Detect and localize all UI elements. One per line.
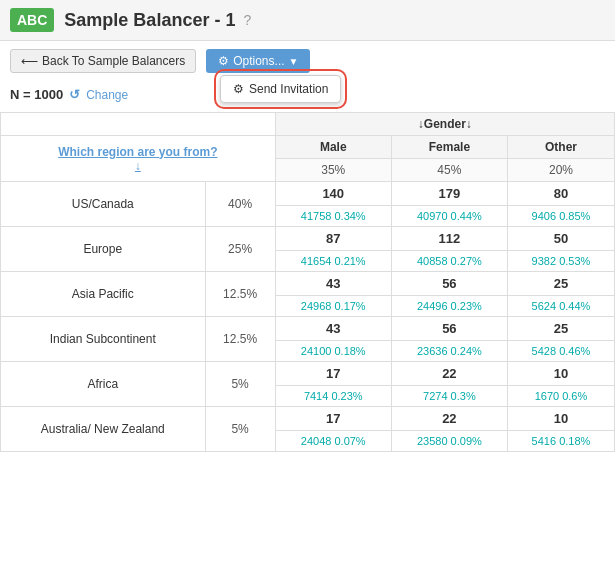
options-button[interactable]: ⚙ Options... ▼ (206, 49, 310, 73)
options-label: Options... (233, 54, 284, 68)
count-cell: 87 (275, 227, 391, 251)
sub-cell: 5428 0.46% (507, 341, 614, 362)
count-cell: 17 (275, 362, 391, 386)
count-cell: 56 (391, 272, 507, 296)
count-cell: 140 (275, 182, 391, 206)
col-female: Female (391, 136, 507, 159)
count-cell: 179 (391, 182, 507, 206)
region-label: Asia Pacific (1, 272, 206, 317)
back-button-label: Back To Sample Balancers (42, 54, 185, 68)
sub-cell: 9382 0.53% (507, 251, 614, 272)
region-pct: 12.5% (205, 272, 275, 317)
sub-cell: 24968 0.17% (275, 296, 391, 317)
count-cell: 25 (507, 317, 614, 341)
main-table: ↓Gender↓ Which region are you from? ↓ Ma… (0, 112, 615, 452)
sub-cell: 23636 0.24% (391, 341, 507, 362)
chevron-down-icon: ▼ (289, 56, 299, 67)
sub-cell: 24496 0.23% (391, 296, 507, 317)
region-pct: 25% (205, 227, 275, 272)
region-label: Australia/ New Zealand (1, 407, 206, 452)
send-invitation-label: Send Invitation (249, 82, 328, 96)
sub-cell: 7274 0.3% (391, 386, 507, 407)
region-label: Indian Subcontinent (1, 317, 206, 362)
toolbar: ⟵ Back To Sample Balancers ⚙ Options... … (0, 41, 615, 81)
sub-cell: 23580 0.09% (391, 431, 507, 452)
back-button[interactable]: ⟵ Back To Sample Balancers (10, 49, 196, 73)
sub-cell: 9406 0.85% (507, 206, 614, 227)
female-pct: 45% (391, 159, 507, 182)
sub-cell: 24100 0.18% (275, 341, 391, 362)
table-row: US/Canada40%14017980 (1, 182, 615, 206)
count-cell: 80 (507, 182, 614, 206)
question-text: Which region are you from? (58, 145, 217, 159)
sub-cell: 40970 0.44% (391, 206, 507, 227)
sub-cell: 40858 0.27% (391, 251, 507, 272)
page-title: Sample Balancer - 1 (64, 10, 235, 31)
count-cell: 22 (391, 407, 507, 431)
table-row: Africa5%172210 (1, 362, 615, 386)
region-pct: 5% (205, 407, 275, 452)
sub-cell: 41758 0.34% (275, 206, 391, 227)
help-icon[interactable]: ? (243, 12, 251, 28)
region-pct: 12.5% (205, 317, 275, 362)
table-row: Australia/ New Zealand5%172210 (1, 407, 615, 431)
send-invitation-icon: ⚙ (233, 82, 244, 96)
table-row: Europe25%8711250 (1, 227, 615, 251)
refresh-icon[interactable]: ↺ (69, 87, 80, 102)
back-arrow-icon: ⟵ (21, 54, 38, 68)
count-cell: 17 (275, 407, 391, 431)
count-cell: 10 (507, 362, 614, 386)
sub-cell: 5624 0.44% (507, 296, 614, 317)
col-male: Male (275, 136, 391, 159)
sub-cell: 24048 0.07% (275, 431, 391, 452)
count-cell: 43 (275, 272, 391, 296)
region-pct: 5% (205, 362, 275, 407)
send-invitation-popup[interactable]: ⚙ Send Invitation (220, 75, 341, 103)
region-label: Europe (1, 227, 206, 272)
logo: ABC (10, 8, 54, 32)
gender-header: ↓Gender↓ (275, 113, 614, 136)
table-row: Indian Subcontinent12.5%435625 (1, 317, 615, 341)
count-cell: 10 (507, 407, 614, 431)
region-pct: 40% (205, 182, 275, 227)
question-cell[interactable]: Which region are you from? ↓ (1, 136, 276, 182)
n-value: N = 1000 (10, 87, 63, 102)
sort-arrow-icon: ↓ (135, 159, 141, 173)
count-cell: 25 (507, 272, 614, 296)
region-label: US/Canada (1, 182, 206, 227)
sub-cell: 7414 0.23% (275, 386, 391, 407)
page-header: ABC Sample Balancer - 1 ? (0, 0, 615, 41)
count-cell: 22 (391, 362, 507, 386)
region-label: Africa (1, 362, 206, 407)
male-pct: 35% (275, 159, 391, 182)
options-icon: ⚙ (218, 54, 229, 68)
sub-cell: 41654 0.21% (275, 251, 391, 272)
col-other: Other (507, 136, 614, 159)
table-row: Asia Pacific12.5%435625 (1, 272, 615, 296)
count-cell: 56 (391, 317, 507, 341)
sub-cell: 5416 0.18% (507, 431, 614, 452)
count-cell: 50 (507, 227, 614, 251)
sub-cell: 1670 0.6% (507, 386, 614, 407)
other-pct: 20% (507, 159, 614, 182)
change-link[interactable]: Change (86, 88, 128, 102)
count-cell: 43 (275, 317, 391, 341)
count-cell: 112 (391, 227, 507, 251)
